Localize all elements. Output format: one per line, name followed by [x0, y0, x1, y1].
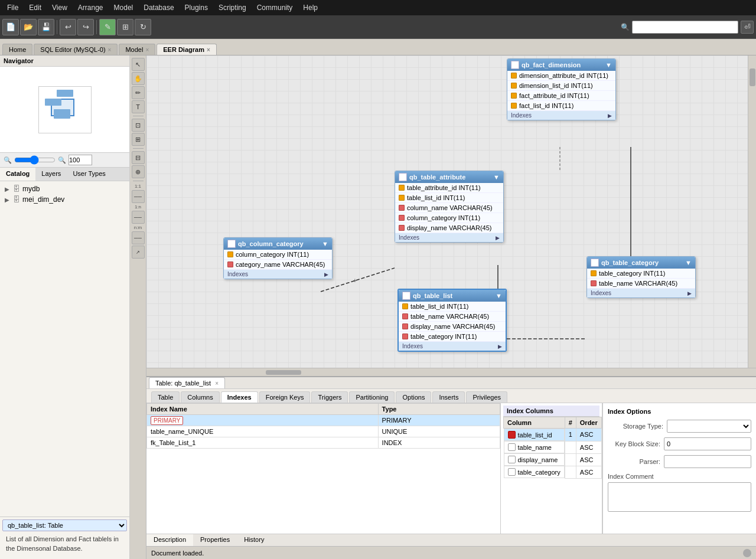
- te-tab-indexes[interactable]: Indexes: [221, 391, 258, 403]
- tab-home[interactable]: Home: [2, 44, 32, 55]
- te-tab-table[interactable]: Table: [151, 391, 180, 403]
- eer-field-attr-5[interactable]: display_name VARCHAR(45): [395, 223, 503, 233]
- menu-community[interactable]: Community: [252, 2, 298, 13]
- ic-row-table-category[interactable]: table_category ASC 0: [504, 466, 603, 478]
- ic-cell-check-2[interactable]: table_name: [504, 441, 565, 453]
- tree-item-mei-dim-dev[interactable]: ▶ 🗄 mei_dim_dev: [2, 194, 127, 205]
- eer-field-tbl-cat-1[interactable]: table_category INT(11): [587, 269, 695, 279]
- eer-field-attr-2[interactable]: table_list_id INT(11): [395, 193, 503, 203]
- zoom-in-button[interactable]: ⊞: [132, 133, 145, 146]
- menu-scripting[interactable]: Scripting: [214, 2, 251, 13]
- eer-field-tbl-cat-2[interactable]: table_name VARCHAR(45): [587, 279, 695, 289]
- eer-indexes-fact-dim[interactable]: Indexes ▶: [507, 111, 615, 120]
- menu-view[interactable]: View: [47, 2, 72, 13]
- search-input[interactable]: [632, 21, 738, 34]
- select-tool-button[interactable]: ↖: [132, 58, 145, 71]
- refresh-button[interactable]: ↻: [135, 19, 151, 35]
- index-row-primary[interactable]: PRIMARY PRIMARY: [147, 415, 500, 426]
- te-tab-inserts[interactable]: Inserts: [432, 391, 465, 403]
- te-tab-triggers[interactable]: Triggers: [311, 391, 348, 403]
- key-block-size-input[interactable]: [664, 437, 751, 450]
- menu-help[interactable]: Help: [298, 2, 322, 13]
- tab-model-close[interactable]: ×: [145, 47, 149, 53]
- expand-icon-attr[interactable]: ▼: [493, 174, 500, 181]
- expand-icon-tbl-cat[interactable]: ▼: [685, 259, 692, 266]
- zoom-fit-button[interactable]: ⊡: [132, 119, 145, 132]
- menu-model[interactable]: Model: [109, 2, 138, 13]
- eer-field-attr-4[interactable]: column_category INT(11): [395, 213, 503, 223]
- expand-icon-fact-dim[interactable]: ▼: [605, 61, 612, 68]
- menu-file[interactable]: File: [2, 2, 23, 13]
- copy-table-button[interactable]: ⊕: [132, 165, 145, 178]
- eer-table-qb-table-category[interactable]: qb_table_category ▼ table_category INT(1…: [586, 256, 696, 298]
- eer-field-fact-dim-2[interactable]: dimension_list_id INT(11): [507, 81, 615, 91]
- eer-field-col-cat-1[interactable]: column_category INT(11): [224, 250, 332, 260]
- eer-field-col-cat-2[interactable]: category_name VARCHAR(45): [224, 260, 332, 270]
- eer-field-fact-dim-3[interactable]: fact_attribute_id INT(11): [507, 91, 615, 101]
- layer-button[interactable]: ⊟: [132, 151, 145, 164]
- tab-sql-editor-close[interactable]: ×: [108, 47, 112, 53]
- relation-1-n-button[interactable]: ──: [132, 211, 145, 224]
- sidebar-tab-layers[interactable]: Layers: [35, 168, 67, 181]
- footer-tab-history[interactable]: History: [237, 534, 271, 546]
- search-submit-button[interactable]: ⏎: [741, 21, 754, 34]
- eer-field-tbl-list-3[interactable]: display_name VARCHAR(45): [399, 322, 506, 332]
- zoom-in-icon[interactable]: 🔍: [58, 156, 66, 164]
- fk-button[interactable]: ↗: [132, 246, 145, 259]
- eer-field-attr-1[interactable]: table_attribute_id INT(11): [395, 183, 503, 193]
- footer-tab-description[interactable]: Description: [146, 534, 193, 546]
- menu-database[interactable]: Database: [139, 2, 178, 13]
- menu-plugins[interactable]: Plugins: [180, 2, 213, 13]
- ic-row-table-list-id[interactable]: table_list_id 1 ASC 0: [504, 429, 603, 442]
- edit-button[interactable]: ✎: [99, 19, 116, 35]
- te-tab-columns[interactable]: Columns: [181, 391, 219, 403]
- zoom-slider[interactable]: [14, 155, 56, 165]
- diagram-hscroll[interactable]: [146, 368, 756, 376]
- tab-eer-diagram-close[interactable]: ×: [207, 47, 210, 53]
- new-button[interactable]: 📄: [2, 19, 19, 35]
- save-button[interactable]: 💾: [38, 19, 54, 35]
- expand-icon-tbl-list[interactable]: ▼: [496, 292, 502, 299]
- vscroll-thumb[interactable]: [750, 68, 755, 86]
- eer-table-qb-fact-dimension[interactable]: qb_fact_dimension ▼ dimension_attribute_…: [507, 58, 616, 120]
- te-tab-foreign-keys[interactable]: Foreign Keys: [259, 391, 311, 403]
- storage-type-select[interactable]: [667, 420, 751, 433]
- eer-field-attr-3[interactable]: column_name VARCHAR(45): [395, 203, 503, 213]
- eer-indexes-tbl-cat[interactable]: Indexes ▶: [587, 289, 695, 298]
- ic-cell-check-1[interactable]: table_list_id: [504, 429, 565, 441]
- te-tab-privileges[interactable]: Privileges: [466, 391, 507, 403]
- eer-field-tbl-list-2[interactable]: table_name VARCHAR(45): [399, 312, 506, 322]
- ic-row-display-name[interactable]: display_name ASC 0: [504, 453, 603, 466]
- open-button[interactable]: 📂: [20, 19, 37, 35]
- bottom-tab-table-list[interactable]: Table: qb_table_list ×: [149, 377, 225, 388]
- index-row-unique[interactable]: table_name_UNIQUE UNIQUE: [147, 426, 500, 437]
- eer-field-fact-dim-4[interactable]: fact_list_id INT(11): [507, 101, 615, 111]
- ic-row-table-name[interactable]: table_name ASC 0: [504, 441, 603, 453]
- navigator-preview[interactable]: [0, 67, 129, 152]
- sidebar-tab-user-types[interactable]: User Types: [67, 168, 111, 181]
- diagram-vscroll[interactable]: [748, 55, 756, 368]
- text-tool-button[interactable]: T: [132, 100, 145, 113]
- ic-cell-check-3[interactable]: display_name: [504, 453, 565, 466]
- eer-table-qb-table-attribute[interactable]: qb_table_attribute ▼ table_attribute_id …: [395, 171, 504, 243]
- relation-1-1-button[interactable]: ──: [132, 190, 145, 203]
- tab-sql-editor[interactable]: SQL Editor (MySQL-0) ×: [34, 44, 118, 55]
- tab-model[interactable]: Model ×: [119, 44, 155, 55]
- te-tab-partitioning[interactable]: Partitioning: [349, 391, 395, 403]
- index-comment-textarea[interactable]: [608, 482, 751, 512]
- relation-n-m-button[interactable]: ──: [132, 231, 145, 244]
- tab-eer-diagram[interactable]: EER Diagram ×: [157, 44, 217, 55]
- table-selector-dropdown[interactable]: qb_table_list: Table: [2, 519, 127, 531]
- eer-indexes-tbl-list[interactable]: Indexes ▶: [399, 342, 506, 351]
- te-tab-options[interactable]: Options: [396, 391, 431, 403]
- diagram-canvas[interactable]: + qb_fact_dimension ▼: [146, 55, 748, 368]
- expand-icon-col-cat[interactable]: ▼: [322, 240, 328, 247]
- redo-button[interactable]: ↪: [77, 19, 94, 35]
- hscroll-thumb[interactable]: [266, 370, 301, 375]
- eer-field-tbl-list-4[interactable]: table_category INT(11): [399, 332, 506, 342]
- eer-indexes-col-cat[interactable]: Indexes ▶: [224, 270, 332, 279]
- bottom-tab-close[interactable]: ×: [215, 380, 219, 387]
- tree-item-mydb[interactable]: ▶ 🗄 mydb: [2, 184, 127, 194]
- eer-indexes-attr[interactable]: Indexes ▶: [395, 233, 503, 242]
- toggle-button[interactable]: ⊞: [117, 19, 133, 35]
